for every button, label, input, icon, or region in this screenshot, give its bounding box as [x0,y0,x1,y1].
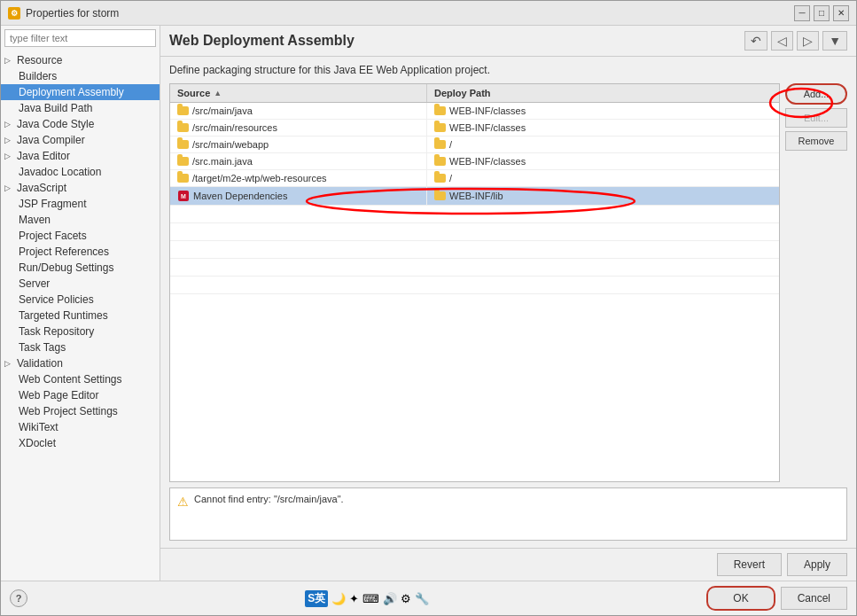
sidebar-item-label: Validation [17,357,63,370]
cancel-button[interactable]: Cancel [781,587,847,610]
title-bar-controls: ─ □ ✕ [794,5,849,21]
sidebar-item-builders[interactable]: Builders [1,68,160,84]
sidebar-item-service-policies[interactable]: Service Policies [1,292,160,308]
sidebar-item-label: Web Content Settings [19,373,122,386]
sidebar-item-project-references[interactable]: Project References [1,244,160,260]
sidebar-item-deployment-assembly[interactable]: Deployment Assembly [1,84,160,100]
sidebar-item-resource[interactable]: ▷ Resource [1,52,160,68]
expand-arrow: ▷ [4,120,13,129]
sidebar-item-java-editor[interactable]: ▷ Java Editor [1,148,160,164]
maximize-button[interactable]: □ [814,5,830,21]
table-row[interactable]: /src/main/webapp / [170,136,779,153]
source-value: /src/main/java [192,105,253,116]
folder-icon [434,191,446,200]
sidebar-item-web-content-settings[interactable]: Web Content Settings [1,371,160,387]
sidebar-item-server[interactable]: Server [1,276,160,292]
source-cell: /src.main.java [170,153,427,169]
remove-button[interactable]: Remove [785,131,847,151]
edit-button[interactable]: Edit... [785,108,847,128]
minimize-button[interactable]: ─ [794,5,810,21]
deploy-cell: WEB-INF/classes [427,103,779,119]
revert-button[interactable]: Revert [717,553,782,576]
sidebar-item-task-repository[interactable]: Task Repository [1,324,160,339]
sidebar-item-label: Builders [19,70,57,82]
keyboard-icon: ⌨ [362,592,379,605]
folder-icon [177,157,189,166]
source-value: /src/main/webapp [192,139,269,150]
table-row[interactable]: /src/main/java WEB-INF/classes [170,103,779,120]
ime-icon: S英 [305,590,328,607]
expand-arrow: ▷ [4,136,13,144]
close-button[interactable]: ✕ [833,5,849,21]
sidebar-item-label: Java Editor [17,150,70,162]
bottom-left: ? [10,589,27,607]
folder-icon [434,174,446,183]
sidebar-item-web-page-editor[interactable]: Web Page Editor [1,387,160,403]
source-cell: /src/main/java [170,103,427,119]
sidebar-item-project-facets[interactable]: Project Facets [1,228,160,244]
source-value: /src/main/resources [192,122,277,133]
table-row[interactable]: /target/m2e-wtp/web-resources / [170,170,779,187]
sidebar-item-validation[interactable]: ▷ Validation [1,355,160,371]
table-area: Source ▲ Deploy Path /src/main/java [169,83,847,482]
taskbar-area: S英 🌙 ✦ ⌨ 🔊 ⚙ 🔧 [305,590,429,607]
folder-icon [434,123,446,132]
sidebar-item-java-code-style[interactable]: ▷ Java Code Style [1,116,160,132]
folder-icon [434,157,446,166]
filter-input[interactable] [4,29,156,47]
apply-button[interactable]: Apply [787,553,847,576]
title-bar-left: ⚙ Properties for storm [8,7,119,19]
sidebar-item-label: XDoclet [19,437,56,449]
main-panel: Web Deployment Assembly ↶ ◁ ▷ ▼ Define p… [160,26,856,581]
sidebar-item-java-compiler[interactable]: ▷ Java Compiler [1,132,160,148]
sidebar-item-label: Service Policies [19,293,94,306]
table-row-empty [170,223,779,241]
sidebar-item-wikitext[interactable]: WikiText [1,419,160,435]
toolbar-dropdown-btn[interactable]: ▼ [822,31,847,51]
folder-icon [177,123,189,132]
source-value: Maven Dependencies [193,191,287,201]
help-button[interactable]: ? [10,589,27,607]
deploy-value: WEB-INF/classes [449,105,526,116]
panel-title: Web Deployment Assembly [169,33,354,49]
sidebar-item-javadoc-location[interactable]: Javadoc Location [1,164,160,180]
table-row-empty [170,277,779,294]
deployment-table: Source ▲ Deploy Path /src/main/java [169,83,780,482]
sidebar-item-xdoclet[interactable]: XDoclet [1,435,160,451]
add-button[interactable]: Add... [785,83,847,105]
table-row[interactable]: /src.main.java WEB-INF/classes [170,153,779,170]
expand-arrow: ▷ [4,152,13,160]
col-source: Source ▲ [170,84,427,102]
table-row-maven[interactable]: M Maven Dependencies WEB-INF/lib [170,187,779,206]
toolbar-nav-btn[interactable]: ◁ [771,31,793,51]
sidebar-item-java-build-path[interactable]: Java Build Path [1,100,160,116]
sidebar-item-targeted-runtimes[interactable]: Targeted Runtimes [1,308,160,324]
window-icon: ⚙ [8,7,20,19]
table-row-empty [170,206,779,223]
folder-icon [177,174,189,183]
sidebar-item-task-tags[interactable]: Task Tags [1,339,160,355]
deploy-cell: / [427,136,779,152]
sidebar-item-label: Server [19,277,50,290]
sidebar-item-label: Deployment Assembly [19,86,124,98]
sidebar-item-web-project-settings[interactable]: Web Project Settings [1,403,160,419]
sidebar-item-javascript[interactable]: ▷ JavaScript [1,180,160,196]
moon-icon: 🌙 [331,592,346,605]
toolbar-forward-btn[interactable]: ▷ [797,31,819,51]
sidebar-item-maven[interactable]: Maven [1,212,160,228]
sidebar-item-label: Web Page Editor [19,389,99,402]
sidebar-item-label: Java Code Style [17,118,94,130]
sidebar-item-run-debug-settings[interactable]: Run/Debug Settings [1,260,160,276]
settings-icon: ⚙ [401,592,411,605]
table-row[interactable]: /src/main/resources WEB-INF/classes [170,120,779,136]
sidebar-item-label: Task Repository [19,325,94,338]
deploy-value: WEB-INF/classes [449,156,526,167]
ok-button[interactable]: OK [706,586,775,611]
deploy-value: WEB-INF/classes [449,122,526,133]
toolbar-back-btn[interactable]: ↶ [744,31,767,51]
sidebar-item-jsp-fragment[interactable]: JSP Fragment [1,196,160,212]
panel-toolbar: ↶ ◁ ▷ ▼ [744,31,847,51]
sidebar: ▷ Resource Builders Deployment Assembly … [1,26,160,581]
main-window: ⚙ Properties for storm ─ □ ✕ ▷ Resource … [0,0,857,616]
star-icon: ✦ [349,592,359,605]
